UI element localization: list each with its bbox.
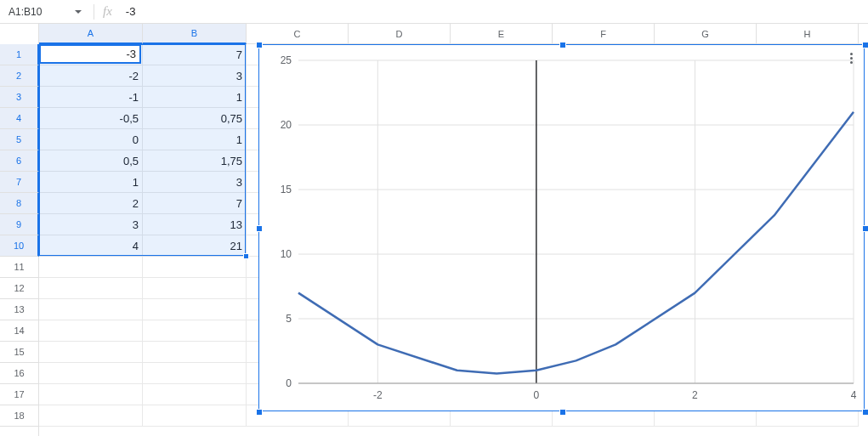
cell[interactable]: -0,5 — [39, 108, 143, 129]
cell[interactable]: 7 — [143, 44, 247, 65]
select-all-corner[interactable] — [0, 24, 39, 44]
cell[interactable] — [39, 342, 143, 363]
column-headers: ABCDEFGH — [0, 24, 868, 44]
fx-icon: fx — [101, 4, 114, 19]
svg-text:4: 4 — [851, 389, 857, 401]
row-header[interactable]: 4 — [0, 108, 39, 129]
chart-series-line — [298, 112, 854, 374]
cell[interactable] — [143, 299, 247, 320]
row-header[interactable]: 16 — [0, 363, 38, 384]
row-header[interactable]: 12 — [0, 278, 38, 299]
formula-bar: fx — [0, 0, 868, 24]
cell[interactable] — [39, 278, 143, 299]
row-header[interactable]: 15 — [0, 342, 38, 363]
cell[interactable]: 3 — [143, 65, 247, 87]
cell[interactable]: -3 — [39, 44, 143, 65]
row-header[interactable]: 1 — [0, 44, 39, 65]
chevron-down-icon[interactable] — [75, 10, 82, 14]
row-header[interactable]: 5 — [0, 129, 39, 150]
cell[interactable] — [39, 320, 143, 342]
cell[interactable]: 1 — [143, 129, 247, 150]
cell[interactable]: 21 — [143, 235, 247, 257]
column-header[interactable]: D — [349, 24, 451, 44]
cell[interactable]: 0 — [39, 129, 143, 150]
cell[interactable] — [39, 405, 143, 427]
svg-text:5: 5 — [286, 313, 292, 325]
cell[interactable]: -2 — [39, 65, 143, 87]
row-header[interactable]: 14 — [0, 320, 38, 342]
row-header[interactable]: 13 — [0, 299, 38, 320]
chart-resize-handle[interactable] — [862, 409, 868, 416]
chart-resize-handle[interactable] — [559, 42, 566, 48]
cell[interactable] — [39, 299, 143, 320]
cells-area[interactable]: -37-23-11-0,50,75010,51,751327313421-305… — [39, 44, 868, 436]
column-header[interactable]: B — [143, 24, 247, 44]
column-header[interactable]: E — [451, 24, 553, 44]
svg-text:-2: -2 — [373, 389, 383, 401]
name-box[interactable] — [5, 3, 73, 20]
row-header[interactable]: 17 — [0, 384, 38, 405]
embedded-chart[interactable]: 0510152025-2024 — [258, 44, 865, 411]
column-header[interactable]: F — [553, 24, 655, 44]
cell[interactable]: 0,5 — [39, 150, 143, 172]
svg-text:0: 0 — [286, 377, 292, 389]
cell[interactable]: 1,75 — [143, 150, 247, 172]
cell[interactable] — [143, 342, 247, 363]
svg-text:25: 25 — [281, 54, 292, 66]
chart-menu-icon[interactable] — [843, 50, 859, 65]
cell[interactable]: 3 — [39, 214, 143, 235]
cell[interactable]: 0,75 — [143, 108, 247, 129]
row-header[interactable]: 9 — [0, 214, 39, 235]
chart-resize-handle[interactable] — [256, 409, 263, 416]
cell[interactable] — [39, 363, 143, 384]
chart-resize-handle[interactable] — [862, 225, 868, 232]
chart-resize-handle[interactable] — [862, 42, 868, 48]
cell[interactable] — [39, 257, 143, 278]
cell[interactable]: 7 — [143, 193, 247, 214]
row-header[interactable]: 18 — [0, 405, 38, 427]
chart-svg: 0510152025-2024 — [259, 45, 865, 412]
cell[interactable] — [143, 320, 247, 342]
formula-input[interactable] — [121, 3, 863, 20]
row-headers: 123456789101112131415161718 — [0, 44, 39, 436]
row-header[interactable]: 6 — [0, 150, 39, 172]
separator — [94, 4, 94, 20]
column-header[interactable]: H — [757, 24, 859, 44]
chart-resize-handle[interactable] — [256, 225, 263, 232]
svg-text:10: 10 — [281, 248, 292, 260]
row-header[interactable]: 2 — [0, 65, 39, 87]
row-header[interactable]: 8 — [0, 193, 39, 214]
column-header[interactable]: A — [39, 24, 143, 44]
cell[interactable]: 2 — [39, 193, 143, 214]
row-header[interactable]: 3 — [0, 87, 39, 108]
row-header[interactable]: 11 — [0, 257, 38, 278]
column-header[interactable]: G — [655, 24, 757, 44]
cell[interactable] — [143, 257, 247, 278]
chart-resize-handle[interactable] — [559, 409, 566, 416]
cell[interactable]: -1 — [39, 87, 143, 108]
cell[interactable] — [143, 363, 247, 384]
cell[interactable]: 3 — [143, 172, 247, 193]
svg-text:0: 0 — [534, 389, 540, 401]
row-header[interactable]: 10 — [0, 235, 39, 257]
svg-text:2: 2 — [692, 389, 698, 401]
svg-text:20: 20 — [281, 119, 292, 131]
cell[interactable] — [143, 278, 247, 299]
cell[interactable] — [143, 405, 247, 427]
cell[interactable]: 1 — [39, 172, 143, 193]
cell[interactable]: 1 — [143, 87, 247, 108]
cell[interactable]: 13 — [143, 214, 247, 235]
cell[interactable]: 4 — [39, 235, 143, 257]
cell[interactable] — [39, 384, 143, 405]
chart-resize-handle[interactable] — [256, 42, 263, 48]
svg-text:15: 15 — [281, 184, 292, 195]
row-header[interactable]: 7 — [0, 172, 39, 193]
cell[interactable] — [143, 384, 247, 405]
spreadsheet-grid[interactable]: ABCDEFGH 123456789101112131415161718 -37… — [0, 24, 868, 436]
